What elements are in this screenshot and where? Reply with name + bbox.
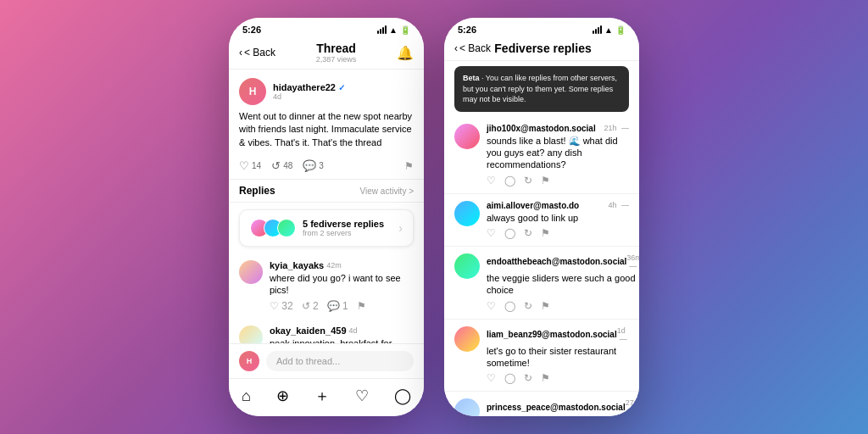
fedi-scroll-content: jiho100x@mastodon.social 21h — sounds li… [444, 117, 639, 416]
fedi-flag-3: ⚑ [541, 300, 550, 312]
fedi-reply-avatar-3 [454, 253, 480, 279]
fedi-reply-time-1: 21h — [604, 124, 629, 132]
reply-quote-1[interactable]: 💬 1 [327, 300, 348, 312]
fedi-reply-avatar-1 [454, 124, 480, 149]
status-bar-left: 5:26 ▲ 🔋 [229, 18, 424, 38]
flag-icon: ⚑ [404, 160, 414, 172]
fedi-reply-text-1: sounds like a blast! 🌊 what did you guys… [487, 135, 629, 171]
fedi-reply-text-3: the veggie sliders were such a good choi… [487, 272, 639, 297]
fedi-reply-avatar-2 [454, 201, 480, 226]
fediverse-avatars [250, 219, 296, 237]
fedi-reply-user-4: liam_beanz99@mastodon.social [487, 330, 617, 339]
wifi-icon: ▲ [389, 25, 398, 35]
back-button-right[interactable]: ‹ < Back [454, 42, 491, 54]
create-nav-icon[interactable]: ＋ [314, 386, 330, 406]
fedi-reply-user-5: princess_peace@mastodon.social [487, 403, 626, 412]
reply-avatar-1 [239, 260, 263, 284]
fediverse-count: 5 fediverse replies [303, 219, 398, 229]
wifi-icon-right: ▲ [604, 25, 613, 35]
fedi-flag-4: ⚑ [541, 372, 550, 384]
fedi-like-4[interactable]: ♡ [487, 372, 496, 384]
quote-action[interactable]: 💬 3 [303, 159, 324, 172]
fedi-flag-1: ⚑ [541, 175, 550, 186]
fedi-like-3[interactable]: ♡ [487, 300, 496, 312]
reply-repost-1[interactable]: ↺ 2 [302, 300, 319, 312]
home-nav-icon[interactable]: ⌂ [242, 387, 251, 405]
heart-icon: ♡ [239, 159, 249, 172]
nav-bar-right: ‹ < Back Fediverse replies [444, 38, 639, 61]
reply-text-1: where did you go? i want to see pics! [270, 272, 414, 297]
reply-text-2: peak innovation, breakfast for dinner [270, 337, 414, 343]
repost-action[interactable]: ↺ 48 [271, 159, 292, 172]
fedi-reply-3: endoatthebeach@mastodon.social 36m — the… [444, 247, 639, 320]
nav-title-left: Thread 2,387 views [275, 42, 397, 64]
add-to-thread-input[interactable]: Add to thread... [266, 351, 414, 371]
reply-username-1: kyia_kayaks [270, 260, 324, 270]
fedi-reply-time-3: 36m — [626, 253, 639, 270]
time-right: 5:26 [458, 25, 476, 35]
nav-bar-left: ‹ < Back Thread 2,387 views 🔔 [229, 38, 424, 70]
profile-nav-icon[interactable]: ◯ [394, 387, 411, 405]
fedi-reply-time-5: 27m — [626, 398, 639, 415]
status-icons-right: ▲ 🔋 [593, 25, 626, 35]
thread-scroll-content: H hidayathere22 ✓ 4d Went out to dinner … [229, 70, 424, 343]
repost-icon: ↺ [271, 159, 281, 172]
fedi-reply-avatar-4 [454, 326, 480, 352]
search-nav-icon[interactable]: ⊕ [276, 387, 289, 405]
post-text: Went out to dinner at the new spot nearb… [229, 110, 424, 156]
left-phone: 5:26 ▲ 🔋 ‹ < Back Thread 2,387 views 🔔 [229, 18, 424, 416]
thread-title: Thread [275, 42, 397, 55]
signal-icon [377, 25, 387, 34]
fedi-reply-4: liam_beanz99@mastodon.social 1d — let's … [444, 320, 639, 392]
fedi-comment-3[interactable]: ◯ [504, 300, 515, 312]
fediverse-title: Fediverse replies [491, 42, 595, 55]
fediverse-servers: from 2 servers [303, 229, 398, 237]
replies-section-header: Replies View activity > [229, 179, 424, 203]
fediverse-banner[interactable]: 5 fediverse replies from 2 servers › [239, 209, 414, 247]
reply-flag-1: ⚑ [357, 300, 366, 312]
beta-text: · You can like replies from other server… [463, 74, 617, 103]
fedi-comment-2[interactable]: ◯ [504, 227, 515, 239]
chevron-left-icon: ‹ [239, 47, 242, 58]
fedi-reply-5: princess_peace@mastodon.social 27m — how… [444, 392, 639, 416]
fedi-comment-4[interactable]: ◯ [504, 372, 515, 384]
post-avatar: H [239, 78, 266, 105]
fedi-like-1[interactable]: ♡ [487, 175, 496, 186]
view-activity-link[interactable]: View activity > [360, 186, 414, 196]
thread-subtitle: 2,387 views [275, 55, 397, 64]
banner-chevron-icon: › [398, 221, 403, 235]
fedi-reply-time-4: 1d — [617, 326, 629, 343]
post-actions: ♡ 14 ↺ 48 💬 3 ⚑ [229, 156, 424, 179]
fedi-reply-user-1: jiho100x@mastodon.social [487, 124, 596, 133]
fedi-reply-avatar-5 [454, 398, 480, 416]
reply-item-2: okay_kaiden_459 4d peak innovation, brea… [229, 319, 424, 343]
bottom-input-bar: H Add to thread... [229, 343, 424, 378]
fedi-reply-text-4: let's go to their sister restaurant some… [487, 345, 629, 370]
likes-nav-icon[interactable]: ♡ [355, 387, 369, 405]
fedi-reply-1: jiho100x@mastodon.social 21h — sounds li… [444, 117, 639, 194]
fedi-repost-2[interactable]: ↻ [524, 227, 532, 239]
chevron-left-icon-right: ‹ [454, 42, 458, 54]
reply-item-1: kyia_kayaks 42m where did you go? i want… [229, 253, 424, 319]
beta-label: Beta [463, 74, 480, 82]
battery-icon-right: 🔋 [615, 25, 626, 35]
like-action[interactable]: ♡ 14 [239, 159, 261, 172]
back-button-left[interactable]: ‹ < Back [239, 47, 275, 58]
bell-button[interactable]: 🔔 [397, 45, 414, 61]
bottom-nav-left: ⌂ ⊕ ＋ ♡ ◯ [229, 378, 424, 416]
reply-time-1: 42m [326, 261, 342, 270]
post-time: 4d [273, 92, 345, 101]
fedi-repost-3[interactable]: ↻ [524, 300, 532, 312]
fedi-flag-2: ⚑ [541, 227, 550, 239]
post-username: hidayathere22 [273, 82, 336, 92]
fedi-reply-text-2: always good to link up [487, 212, 629, 224]
reply-like-1[interactable]: ♡ 32 [270, 300, 293, 312]
post-user-info: hidayathere22 ✓ 4d [273, 82, 345, 101]
fedi-like-2[interactable]: ♡ [487, 227, 496, 239]
fedi-repost-4[interactable]: ↻ [524, 372, 532, 384]
fedi-repost-1[interactable]: ↻ [524, 175, 532, 186]
status-bar-right: 5:26 ▲ 🔋 [444, 18, 639, 38]
fedi-comment-1[interactable]: ◯ [504, 175, 515, 186]
signal-icon-right [593, 25, 602, 34]
reply-username-2: okay_kaiden_459 [270, 326, 347, 336]
